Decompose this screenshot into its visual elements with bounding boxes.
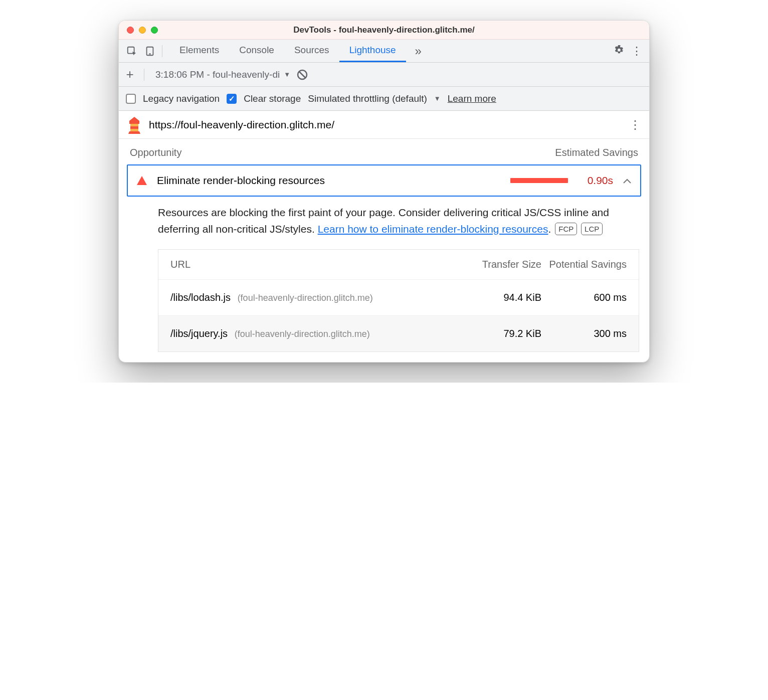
- legacy-navigation-checkbox[interactable]: [126, 94, 136, 104]
- opportunity-title: Eliminate render-blocking resources: [157, 174, 500, 187]
- url-host: (foul-heavenly-direction.glitch.me): [238, 293, 373, 303]
- minimize-window-button[interactable]: [139, 27, 146, 34]
- svg-rect-8: [130, 129, 138, 131]
- tab-lighthouse[interactable]: Lighthouse: [339, 40, 406, 62]
- chevron-down-icon[interactable]: ▼: [434, 95, 441, 102]
- lighthouse-icon: [127, 116, 142, 134]
- svg-rect-6: [130, 124, 138, 126]
- opportunity-description: Resources are blocking the first paint o…: [119, 202, 649, 246]
- titlebar: DevTools - foul-heavenly-direction.glitc…: [119, 21, 649, 40]
- settings-gear-icon[interactable]: [612, 44, 627, 58]
- svg-marker-9: [128, 131, 140, 134]
- url-path: /libs/lodash.js: [170, 292, 231, 303]
- desc-learn-link[interactable]: Learn how to eliminate render-blocking r…: [318, 223, 548, 235]
- col-transfer-size: Transfer Size: [456, 259, 541, 270]
- lighthouse-options-bar: Legacy navigation Clear storage Simulate…: [119, 87, 649, 111]
- throttling-label: Simulated throttling (default): [308, 93, 427, 104]
- report-url-row: https://foul-heavenly-direction.glitch.m…: [119, 111, 649, 139]
- col-potential-savings: Potential Savings: [541, 259, 627, 270]
- lcp-pill: LCP: [581, 223, 603, 235]
- device-toolbar-icon[interactable]: [142, 43, 158, 59]
- url-path: /libs/jquery.js: [170, 328, 228, 339]
- svg-line-4: [299, 72, 305, 78]
- throttling-select[interactable]: Simulated throttling (default): [308, 93, 427, 104]
- main-toolbar: Elements Console Sources Lighthouse » ⋮: [119, 40, 649, 63]
- opportunity-item[interactable]: Eliminate render-blocking resources 0.90…: [127, 164, 641, 197]
- traffic-lights: [119, 27, 158, 34]
- savings-value: 0.90s: [578, 174, 613, 187]
- cell-savings: 600 ms: [541, 292, 627, 303]
- table-row: /libs/jquery.js (foul-heavenly-direction…: [158, 315, 639, 352]
- window-title: DevTools - foul-heavenly-direction.glitc…: [119, 25, 649, 35]
- clear-all-icon[interactable]: [296, 69, 308, 81]
- resources-table: URL Transfer Size Potential Savings /lib…: [158, 249, 639, 352]
- inspect-element-icon[interactable]: [124, 43, 140, 59]
- svg-marker-10: [137, 176, 147, 185]
- col-url: URL: [170, 259, 456, 270]
- separator: [144, 69, 144, 81]
- report-kebab-icon[interactable]: ⋮: [629, 118, 641, 132]
- tab-console[interactable]: Console: [229, 40, 284, 62]
- chevron-up-icon: [623, 176, 631, 186]
- opportunity-header-row: Opportunity Estimated Savings: [119, 139, 649, 162]
- devtools-window: DevTools - foul-heavenly-direction.glitc…: [118, 20, 650, 363]
- legacy-navigation-label: Legacy navigation: [143, 93, 220, 104]
- table-header: URL Transfer Size Potential Savings: [158, 250, 639, 279]
- fcp-pill: FCP: [555, 223, 577, 235]
- svg-rect-7: [130, 126, 138, 129]
- panel-tabs: Elements Console Sources Lighthouse: [169, 40, 406, 62]
- zoom-window-button[interactable]: [151, 27, 158, 34]
- cell-savings: 300 ms: [541, 328, 627, 339]
- learn-more-link[interactable]: Learn more: [448, 93, 496, 104]
- cell-size: 94.4 KiB: [456, 292, 541, 303]
- close-window-button[interactable]: [127, 27, 134, 34]
- tab-sources[interactable]: Sources: [284, 40, 339, 62]
- svg-marker-5: [129, 117, 139, 124]
- url-host: (foul-heavenly-direction.glitch.me): [235, 329, 370, 339]
- opportunity-header: Opportunity: [130, 147, 181, 158]
- report-url-text: https://foul-heavenly-direction.glitch.m…: [149, 119, 622, 131]
- cell-url: /libs/jquery.js (foul-heavenly-direction…: [170, 328, 456, 339]
- savings-bar: [510, 178, 568, 183]
- cell-url: /libs/lodash.js (foul-heavenly-direction…: [170, 292, 456, 303]
- lighthouse-runbar: + 3:18:06 PM - foul-heavenly-di ▼: [119, 63, 649, 87]
- fail-triangle-icon: [137, 176, 147, 185]
- cell-size: 79.2 KiB: [456, 328, 541, 339]
- estimated-savings-header: Estimated Savings: [555, 147, 638, 158]
- chevron-down-icon: ▼: [284, 71, 290, 78]
- report-select[interactable]: 3:18:06 PM - foul-heavenly-di ▼: [155, 69, 290, 80]
- report-select-label: 3:18:06 PM - foul-heavenly-di: [155, 69, 280, 80]
- desc-text-b: .: [548, 223, 551, 235]
- table-row: /libs/lodash.js (foul-heavenly-direction…: [158, 279, 639, 315]
- separator: [162, 45, 162, 57]
- new-report-button[interactable]: +: [124, 67, 136, 82]
- more-tabs-icon[interactable]: »: [415, 44, 422, 58]
- toolbar-kebab-icon[interactable]: ⋮: [629, 45, 644, 58]
- clear-storage-label: Clear storage: [244, 93, 301, 104]
- tab-elements[interactable]: Elements: [169, 40, 229, 62]
- clear-storage-checkbox[interactable]: [227, 94, 237, 104]
